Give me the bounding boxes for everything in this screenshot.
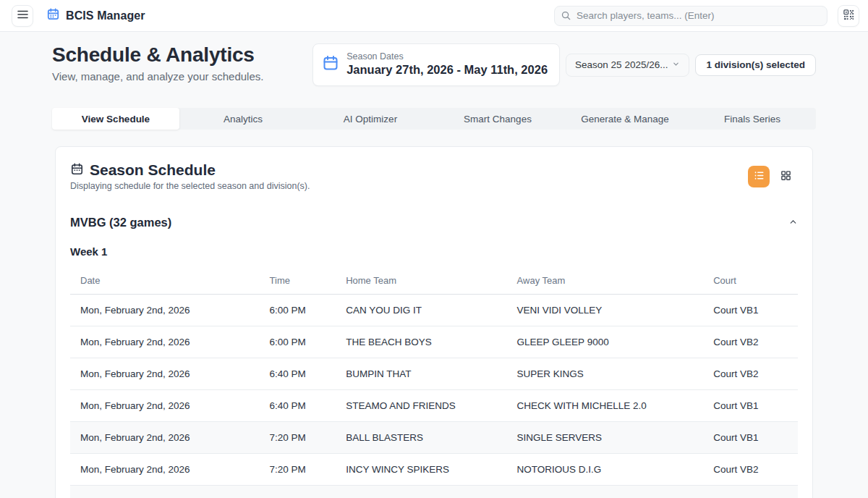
column-header-time: Time <box>260 268 336 295</box>
calendar-icon <box>46 7 60 24</box>
page-title: Schedule & Analytics <box>52 43 263 67</box>
chevron-down-icon <box>672 59 680 70</box>
season-schedule-card: Season Schedule Displaying schedule for … <box>55 146 813 498</box>
season-dates-card: Season Dates January 27th, 2026 - May 11… <box>312 43 560 86</box>
home-team: BUMPIN THAT <box>336 358 506 390</box>
away-team: SINGLE SERVERS <box>507 422 704 454</box>
view-toggle <box>748 166 792 187</box>
tab-view-schedule[interactable]: View Schedule <box>52 108 179 130</box>
column-header-court: Court <box>703 268 798 295</box>
game-court: Court VB1 <box>703 390 798 422</box>
search-input[interactable] <box>554 6 827 26</box>
app-title: BCIS Manager <box>66 9 145 22</box>
home-team: BALL BLASTERS <box>336 422 506 454</box>
column-header-date: Date <box>70 268 260 295</box>
table-row: Mon, February 2nd, 2026 6:00 PM CAN YOU … <box>70 295 798 326</box>
main-tabs: View Schedule Analytics AI Optimizer Sma… <box>52 108 816 130</box>
game-date: Mon, February 2nd, 2026 <box>70 486 260 498</box>
away-team: VENI VIDI VOLLEY <box>507 295 704 326</box>
divisions-selected-button[interactable]: 1 division(s) selected <box>695 54 816 76</box>
table-row: Mon, February 2nd, 2026 8:00 PM SLAP SLO… <box>70 486 798 498</box>
app-brand: BCIS Manager <box>46 7 145 24</box>
game-date: Mon, February 2nd, 2026 <box>70 295 260 326</box>
tab-ai-optimizer[interactable]: AI Optimizer <box>307 108 434 130</box>
table-header-row: Date Time Home Team Away Team Court <box>70 268 798 295</box>
away-team: SLOPPY SETS <box>507 486 704 498</box>
tab-finals-series[interactable]: Finals Series <box>689 108 816 130</box>
menu-button[interactable] <box>12 5 33 27</box>
home-team: SLAP <box>336 486 506 498</box>
hamburger-icon <box>17 10 28 21</box>
game-date: Mon, February 2nd, 2026 <box>70 326 260 358</box>
column-header-home-team: Home Team <box>336 268 506 295</box>
card-title-row: Season Schedule <box>70 161 310 179</box>
game-date: Mon, February 2nd, 2026 <box>70 454 260 486</box>
column-header-away-team: Away Team <box>507 268 704 295</box>
tab-smart-changes[interactable]: Smart Changes <box>434 108 561 130</box>
schedule-table: Date Time Home Team Away Team Court Mon,… <box>70 268 798 498</box>
game-time: 8:00 PM <box>260 486 336 498</box>
season-select[interactable]: Season 25 2025/26... <box>566 54 689 77</box>
schedule-title: Season Schedule <box>90 161 216 179</box>
game-court: Court VB2 <box>703 454 798 486</box>
header-controls: Season Dates January 27th, 2026 - May 11… <box>312 43 816 86</box>
game-court: Court VB2 <box>703 326 798 358</box>
top-bar: BCIS Manager <box>0 0 868 32</box>
table-row: Mon, February 2nd, 2026 7:20 PM INCY WIN… <box>70 454 798 486</box>
week-title: Week 1 <box>70 245 798 258</box>
home-team: INCY WINCY SPIKERS <box>336 454 506 486</box>
card-header: Season Schedule Displaying schedule for … <box>70 161 798 191</box>
away-team: NOTORIOUS D.I.G <box>507 454 704 486</box>
divisions-selected-label: 1 division(s) selected <box>706 59 805 70</box>
away-team: CHECK WITH MICHELLE 2.0 <box>507 390 704 422</box>
table-row: Mon, February 2nd, 2026 6:40 PM BUMPIN T… <box>70 358 798 390</box>
season-dates-label: Season Dates <box>346 51 548 62</box>
season-select-value: Season 25 2025/26... <box>575 59 668 70</box>
global-search <box>554 6 827 26</box>
game-date: Mon, February 2nd, 2026 <box>70 358 260 390</box>
home-team: CAN YOU DIG IT <box>336 295 506 326</box>
game-time: 6:40 PM <box>260 390 336 422</box>
tab-generate-manage[interactable]: Generate & Manage <box>561 108 689 130</box>
game-date: Mon, February 2nd, 2026 <box>70 390 260 422</box>
home-team: STEAMO AND FRIENDS <box>336 390 506 422</box>
game-court: Court VB1 <box>703 295 798 326</box>
game-time: 6:00 PM <box>260 326 336 358</box>
game-date: Mon, February 2nd, 2026 <box>70 422 260 454</box>
schedule-subtitle: Displaying schedule for the selected sea… <box>70 181 310 191</box>
chevron-up-icon <box>788 216 798 229</box>
game-court: Court VB1 <box>703 422 798 454</box>
away-team: GLEEP GLEEP 9000 <box>507 326 704 358</box>
tab-analytics[interactable]: Analytics <box>179 108 307 130</box>
page-header: Schedule & Analytics View, manage, and a… <box>0 32 868 86</box>
grid-icon <box>780 169 792 184</box>
calendar-icon <box>70 162 84 179</box>
game-court: Court VB2 <box>703 358 798 390</box>
game-time: 6:40 PM <box>260 358 336 390</box>
division-group-toggle[interactable]: MVBG (32 games) <box>70 216 798 229</box>
division-group-title: MVBG (32 games) <box>70 216 171 229</box>
game-time: 7:20 PM <box>260 454 336 486</box>
table-row: Mon, February 2nd, 2026 6:40 PM STEAMO A… <box>70 390 798 422</box>
card-titles: Season Schedule Displaying schedule for … <box>70 161 310 191</box>
page-subtitle: View, manage, and analyze your schedules… <box>52 70 263 83</box>
grid-view-button[interactable] <box>780 169 792 184</box>
table-row: Mon, February 2nd, 2026 7:20 PM BALL BLA… <box>70 422 798 454</box>
qr-scan-button[interactable] <box>838 5 859 27</box>
qr-code-icon <box>843 9 854 22</box>
away-team: SUPER KINGS <box>507 358 704 390</box>
list-view-button[interactable] <box>748 166 770 187</box>
page-titles: Schedule & Analytics View, manage, and a… <box>52 43 263 83</box>
list-icon <box>753 169 765 184</box>
season-dates-value: January 27th, 2026 - May 11th, 2026 <box>346 63 548 77</box>
season-dates-text: Season Dates January 27th, 2026 - May 11… <box>346 51 548 77</box>
table-row: Mon, February 2nd, 2026 6:00 PM THE BEAC… <box>70 326 798 358</box>
game-court: Court VB1 <box>703 486 798 498</box>
game-time: 6:00 PM <box>260 295 336 326</box>
home-team: THE BEACH BOYS <box>336 326 506 358</box>
game-time: 7:20 PM <box>260 422 336 454</box>
calendar-icon <box>322 54 339 75</box>
